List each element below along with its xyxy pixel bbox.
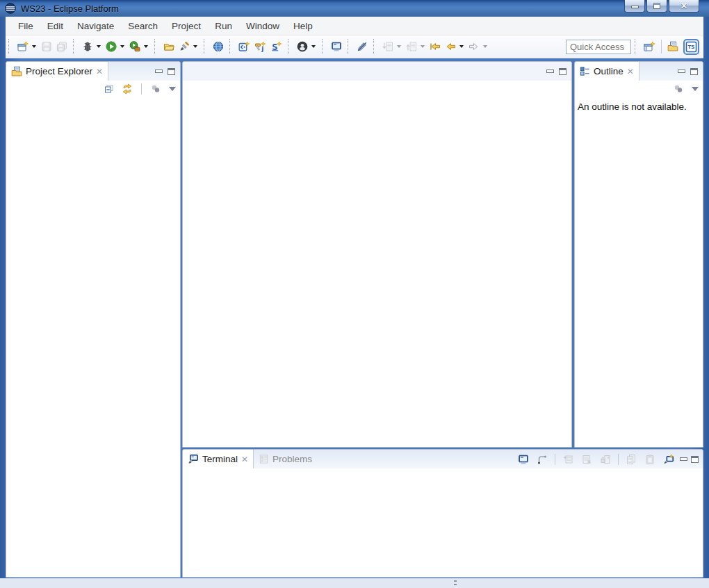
new-s-file-button[interactable]: S xyxy=(268,39,284,54)
highlight-brush-button[interactable] xyxy=(177,39,192,54)
brush-dropdown-arrow[interactable] xyxy=(193,45,197,48)
editor-maximize-button[interactable] xyxy=(559,68,567,75)
external-tools-icon xyxy=(129,41,140,52)
eclipse-logo-icon xyxy=(5,3,16,14)
terminal-connect-button[interactable] xyxy=(535,452,550,467)
outline-view-menu-button[interactable] xyxy=(692,87,699,91)
project-explorer-maximize-button[interactable] xyxy=(168,68,175,75)
tab-terminal[interactable]: Terminal ✕ xyxy=(183,450,254,468)
forward-dropdown-arrow[interactable] xyxy=(483,45,487,48)
window-maximize-button[interactable] xyxy=(646,0,667,13)
link-with-editor-button[interactable] xyxy=(120,81,135,97)
next-annotation-button[interactable] xyxy=(380,39,396,54)
open-perspective-button[interactable] xyxy=(642,39,658,54)
run-button[interactable] xyxy=(104,39,119,54)
menu-help[interactable]: Help xyxy=(286,18,320,34)
outline-filters-button[interactable] xyxy=(671,82,686,96)
terminal-tab-icon xyxy=(188,454,199,465)
tab-terminal-close-icon[interactable]: ✕ xyxy=(241,455,248,464)
new-wizard-button[interactable] xyxy=(15,39,31,54)
pen-slash-icon xyxy=(357,41,368,52)
back-dropdown-arrow[interactable] xyxy=(459,45,464,48)
toolbar-separator xyxy=(322,39,327,54)
new-hammer-j-file-button[interactable]: j xyxy=(252,39,268,54)
outline-icon xyxy=(580,66,590,76)
menu-navigate[interactable]: Navigate xyxy=(70,18,121,34)
toolbar-separator xyxy=(373,39,378,54)
new-wizard-icon xyxy=(17,41,28,52)
menu-bar: File Edit Navigate Search Project Run Wi… xyxy=(6,17,703,35)
tab-outline[interactable]: Outline ✕ xyxy=(575,62,639,81)
external-tools-dropdown-arrow[interactable] xyxy=(144,45,148,48)
copy-icon xyxy=(626,454,637,465)
ts-perspective-button[interactable]: TS xyxy=(683,39,699,55)
outline-maximize-button[interactable] xyxy=(690,68,698,75)
back-button[interactable] xyxy=(443,39,458,54)
debug-dropdown-arrow[interactable] xyxy=(97,45,101,48)
save-all-button[interactable] xyxy=(54,39,70,54)
project-explorer-content[interactable] xyxy=(6,97,180,577)
new-wizard-dropdown-arrow[interactable] xyxy=(32,45,36,48)
bottom-panel-maximize-button[interactable] xyxy=(691,456,699,463)
menu-run[interactable]: Run xyxy=(208,18,239,34)
menu-edit[interactable]: Edit xyxy=(40,18,70,34)
tab-outline-close-icon[interactable]: ✕ xyxy=(627,67,634,76)
tab-problems[interactable]: Problems xyxy=(254,450,317,468)
previous-annotation-dropdown-arrow[interactable] xyxy=(421,45,425,48)
toolbar-separator xyxy=(229,39,234,54)
bottom-panel-minimize-button[interactable] xyxy=(680,457,687,461)
perspective-separator xyxy=(661,40,662,54)
tab-project-explorer-close-icon[interactable]: ✕ xyxy=(96,67,103,76)
resource-perspective-button[interactable] xyxy=(665,39,681,54)
window-minimize-button[interactable] xyxy=(624,0,645,13)
status-bar-grip[interactable] xyxy=(454,580,457,587)
window-close-button[interactable]: ✕ xyxy=(669,0,699,13)
debug-button[interactable] xyxy=(80,39,95,54)
run-dropdown-arrow[interactable] xyxy=(120,45,124,48)
next-annotation-dropdown-arrow[interactable] xyxy=(397,45,401,48)
last-edit-arrow-icon xyxy=(430,41,441,52)
external-tools-button[interactable] xyxy=(127,39,142,54)
terminal-disconnect-button[interactable] xyxy=(579,452,594,467)
new-code-file-icon xyxy=(238,41,250,52)
previous-annotation-button[interactable] xyxy=(404,39,419,54)
terminal-new-view-button[interactable] xyxy=(661,452,676,467)
menu-window[interactable]: Window xyxy=(239,18,286,34)
terminal-content[interactable] xyxy=(183,468,703,577)
toggle-mark-occurrences-button[interactable] xyxy=(354,39,370,54)
s-file-icon: S xyxy=(270,41,282,52)
bottom-panel: Terminal ✕ Problems xyxy=(182,449,703,578)
problems-tab-icon xyxy=(259,454,269,464)
menu-search[interactable]: Search xyxy=(121,18,165,34)
collapse-all-button[interactable] xyxy=(101,81,117,97)
new-code-file-button[interactable] xyxy=(236,39,252,54)
project-explorer-view-menu-button[interactable] xyxy=(169,87,176,91)
open-task-folder-button[interactable] xyxy=(161,39,177,54)
project-explorer-minimize-button[interactable] xyxy=(155,70,163,73)
brush-icon xyxy=(179,41,190,52)
open-terminal-button[interactable] xyxy=(329,39,344,54)
menu-file[interactable]: File xyxy=(11,18,40,34)
editor-minimize-button[interactable] xyxy=(546,70,554,73)
tab-project-explorer[interactable]: Project Explorer ✕ xyxy=(6,62,108,81)
forward-button[interactable] xyxy=(466,39,482,54)
web-browser-button[interactable] xyxy=(211,39,226,54)
menu-project[interactable]: Project xyxy=(165,18,208,34)
link-with-editor-icon xyxy=(122,83,133,95)
save-button[interactable] xyxy=(39,39,54,54)
terminal-open-terminal-button[interactable] xyxy=(516,452,531,467)
project-explorer-filters-button[interactable] xyxy=(148,82,163,96)
outline-minimize-button[interactable] xyxy=(678,70,685,73)
quick-access-input[interactable] xyxy=(566,40,631,54)
terminal-copy-button[interactable] xyxy=(624,452,639,467)
open-perspective-icon xyxy=(644,41,655,52)
last-edit-location-button[interactable] xyxy=(427,39,443,54)
editor-content[interactable] xyxy=(183,81,571,447)
terminal-toolbar-separator xyxy=(555,454,555,465)
terminal-pin-button[interactable] xyxy=(560,452,576,467)
user-profile-button[interactable] xyxy=(295,39,310,54)
terminal-monitor-icon xyxy=(331,41,342,52)
user-profile-dropdown-arrow[interactable] xyxy=(311,45,316,48)
terminal-paste-button[interactable] xyxy=(642,452,658,467)
terminal-scroll-lock-button[interactable] xyxy=(598,452,613,467)
